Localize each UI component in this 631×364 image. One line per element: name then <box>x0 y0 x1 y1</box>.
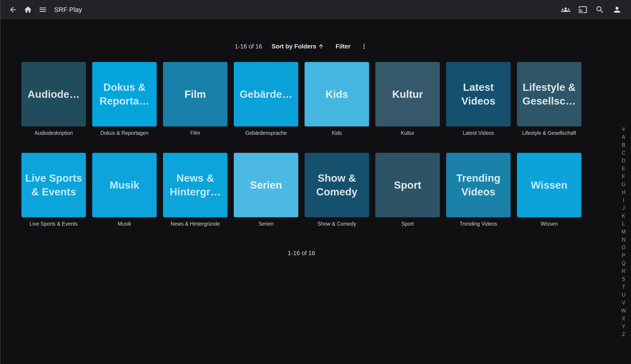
folder-tile-label[interactable]: Wissen <box>540 221 558 227</box>
cast-icon <box>578 5 587 14</box>
folder-tile-heading: Wissen <box>531 178 568 192</box>
alphabet-letter[interactable]: W <box>620 307 627 315</box>
folder-tile-heading: Film <box>184 88 206 101</box>
search-icon <box>596 5 604 14</box>
person-icon <box>612 5 622 14</box>
folder-tile-heading: Gebärde… <box>240 88 292 101</box>
sort-button[interactable]: Sort by Folders <box>268 41 328 52</box>
back-button[interactable] <box>7 4 20 16</box>
folder-tile[interactable]: Trending Videos <box>446 153 510 217</box>
folder-tile[interactable]: Sport <box>375 153 440 217</box>
folder-tile[interactable]: Kultur <box>375 62 440 126</box>
footer-paging-count: 1-16 of 16 <box>22 250 582 257</box>
folder-tile[interactable]: Dokus & Reporta… <box>92 62 157 126</box>
alphabet-letter[interactable]: U <box>620 291 627 299</box>
alphabet-letter[interactable]: F <box>620 173 627 180</box>
folder-tile[interactable]: Film <box>163 62 228 126</box>
folder-tile-label[interactable]: Live Sports & Events <box>30 221 78 227</box>
folder-tile[interactable]: News & Hintergr… <box>163 153 228 217</box>
alphabet-letter[interactable]: O <box>620 244 627 252</box>
alphabet-letter[interactable]: H <box>620 188 627 196</box>
alphabet-letter[interactable]: Z <box>620 330 627 338</box>
folder-tile-label[interactable]: Trending Videos <box>460 221 497 227</box>
library-card: Lifestyle & Gesellsc… Lifestyle & Gesell… <box>517 62 582 136</box>
alphabet-letter[interactable]: D <box>620 157 627 165</box>
home-button[interactable] <box>22 4 34 16</box>
folder-tile[interactable]: Live Sports & Events <box>22 153 86 217</box>
folder-tile-label[interactable]: Sport <box>402 221 414 227</box>
profile-button[interactable] <box>611 4 623 16</box>
library-card: News & Hintergr… News & Hintergründe <box>163 153 228 227</box>
folder-tile-label[interactable]: Dokus & Reportagen <box>100 130 148 136</box>
folder-tile-label[interactable]: Show & Comedy <box>318 221 356 227</box>
folder-tile-label[interactable]: News & Hintergründe <box>171 221 220 227</box>
alphabet-picker: #ABCDEFGHIJKLMNOPQRSTUVWXYZ <box>620 125 627 338</box>
folder-tile-heading: Show & Comedy <box>308 171 366 198</box>
folder-tile-label[interactable]: Latest Videos <box>463 130 494 136</box>
library-card: Gebärde… Gebärdensprache <box>234 62 298 136</box>
folder-tile-label[interactable]: Serien <box>258 221 274 227</box>
folder-tile[interactable]: Latest Videos <box>446 62 510 126</box>
folder-tile-heading: Trending Videos <box>449 171 508 198</box>
folder-tile-label[interactable]: Musik <box>118 221 131 227</box>
folder-tile-label[interactable]: Kids <box>332 130 342 136</box>
alphabet-letter[interactable]: K <box>620 212 627 220</box>
alphabet-letter[interactable]: # <box>620 125 627 133</box>
library-card: Serien Serien <box>234 153 298 227</box>
folder-tile[interactable]: Show & Comedy <box>304 153 369 217</box>
alphabet-letter[interactable]: G <box>620 180 627 188</box>
library-card: Dokus & Reporta… Dokus & Reportagen <box>92 62 157 136</box>
alphabet-letter[interactable]: T <box>620 283 627 291</box>
app-screen: { "header": { "title": "SRF Play", "left… <box>0 0 631 364</box>
top-bar: SRF Play <box>0 0 631 20</box>
alphabet-letter[interactable]: R <box>620 267 627 275</box>
alphabet-letter[interactable]: M <box>620 228 627 236</box>
folder-tile[interactable]: Wissen <box>517 153 582 217</box>
alphabet-letter[interactable]: E <box>620 165 627 173</box>
folder-tile-heading: Musik <box>110 178 139 192</box>
folder-tile-heading: Latest Videos <box>449 80 508 108</box>
search-button[interactable] <box>594 4 606 16</box>
folder-tile-heading: Lifestyle & Gesellsc… <box>520 80 578 108</box>
alphabet-letter[interactable]: P <box>620 252 627 260</box>
folder-tile[interactable]: Gebärde… <box>234 62 298 126</box>
alphabet-letter[interactable]: B <box>620 141 627 149</box>
alphabet-letter[interactable]: I <box>620 196 627 204</box>
alphabet-letter[interactable]: Y <box>620 322 627 330</box>
alphabet-letter[interactable]: L <box>620 220 627 228</box>
cast-button[interactable] <box>576 4 589 16</box>
folder-tile-label[interactable]: Audiodeskription <box>34 130 73 136</box>
menu-button[interactable] <box>36 4 49 16</box>
folder-tile[interactable]: Lifestyle & Gesellsc… <box>517 62 582 126</box>
alphabet-letter[interactable]: V <box>620 299 627 307</box>
library-card: Kids Kids <box>304 62 369 136</box>
alphabet-letter[interactable]: N <box>620 236 627 244</box>
folder-tile-label[interactable]: Gebärdensprache <box>245 130 287 136</box>
alphabet-letter[interactable]: A <box>620 133 627 141</box>
top-bar-actions <box>559 4 624 16</box>
groups-button[interactable] <box>559 4 572 16</box>
folder-tile[interactable]: Kids <box>304 62 369 126</box>
folder-tile-label[interactable]: Film <box>190 130 200 136</box>
library-card: Trending Videos Trending Videos <box>446 153 510 227</box>
sort-button-label: Sort by Folders <box>272 43 316 50</box>
folder-tile-heading: Dokus & Reporta… <box>95 80 154 108</box>
alphabet-letter[interactable]: S <box>620 275 627 283</box>
alphabet-letter[interactable]: J <box>620 204 627 212</box>
vertical-dots-icon <box>360 43 368 50</box>
folder-tile-label[interactable]: Kultur <box>401 130 414 136</box>
alphabet-letter[interactable]: X <box>620 315 627 322</box>
folder-tile-heading: Serien <box>250 178 282 192</box>
overflow-menu-button[interactable] <box>358 40 370 53</box>
folder-tile[interactable]: Serien <box>234 153 298 217</box>
groups-icon <box>561 5 570 14</box>
folder-tile[interactable]: Musik <box>92 153 157 217</box>
alphabet-letter[interactable]: Q <box>620 260 627 267</box>
folder-tile-label[interactable]: Lifestyle & Gesellschaft <box>522 130 576 136</box>
alphabet-letter[interactable]: C <box>620 149 627 157</box>
library-card: Show & Comedy Show & Comedy <box>304 153 369 227</box>
filter-button-label: Filter <box>336 43 350 50</box>
folder-tile[interactable]: Audiode… <box>22 62 86 126</box>
filter-button[interactable]: Filter <box>332 41 354 52</box>
library-card: Wissen Wissen <box>517 153 582 227</box>
